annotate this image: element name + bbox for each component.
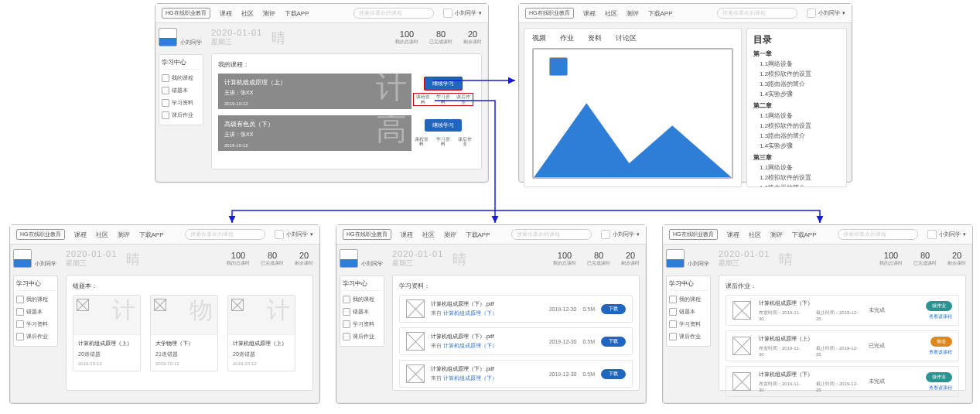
user-menu[interactable]: 小刘同学▾ xyxy=(927,230,966,239)
sidebar-item-resources[interactable]: 学习资料 xyxy=(16,318,55,330)
nav-community[interactable]: 社区 xyxy=(749,231,761,239)
toc-section[interactable]: 1.4实验步骤 xyxy=(760,142,840,150)
nav-courses[interactable]: 课程 xyxy=(727,231,739,239)
sidebar-item-notebook[interactable]: 错题本 xyxy=(16,306,55,318)
search-input[interactable]: 搜索你喜欢的课程 xyxy=(185,229,265,240)
mini-homework[interactable]: 课后作业 xyxy=(456,137,473,147)
tab-resources[interactable]: 资料 xyxy=(588,33,602,43)
sidebar-item-resources[interactable]: 学习资料 xyxy=(669,318,708,330)
homework-action-button[interactable]: 修改 xyxy=(930,337,952,347)
sidebar-item-courses[interactable]: 我的课程 xyxy=(343,293,381,306)
search-input[interactable]: 搜索你喜欢的课程 xyxy=(353,8,434,19)
mini-resources[interactable]: 学习资料 xyxy=(435,137,452,147)
homework-action-button[interactable]: 做作业 xyxy=(926,301,952,311)
sidebar-item-courses[interactable]: 我的课程 xyxy=(669,293,708,306)
resource-course-link[interactable]: 计算机组成原理（下） xyxy=(443,343,497,348)
tab-homework[interactable]: 作业 xyxy=(560,33,574,43)
video-player[interactable] xyxy=(532,48,733,179)
notebook-card[interactable]: 物大学物理（下）21道错题2019-10-12 xyxy=(150,295,218,371)
nav-download[interactable]: 下载APP xyxy=(285,9,309,18)
toc-chapter[interactable]: 第二章 xyxy=(753,101,840,110)
nav-courses[interactable]: 课程 xyxy=(583,9,596,18)
search-input[interactable]: 搜索你喜欢的课程 xyxy=(717,8,797,19)
nav-download[interactable]: 下载APP xyxy=(792,231,817,239)
sidebar-menu: 学习中心 我的课程 错题本 学习资料 课后作业 xyxy=(340,275,384,347)
tab-video[interactable]: 视频 xyxy=(532,33,546,43)
nav-download[interactable]: 下载APP xyxy=(648,9,673,18)
toc-chapter[interactable]: 第三章 xyxy=(753,153,840,162)
sidebar-item-notebook[interactable]: 错题本 xyxy=(343,306,381,318)
toc-section[interactable]: 1.1网络设备 xyxy=(760,60,840,68)
nav-courses[interactable]: 课程 xyxy=(220,9,232,18)
nav-courses[interactable]: 课程 xyxy=(74,231,87,239)
view-course-link[interactable]: 查看该课程 xyxy=(929,313,952,320)
nav-courses[interactable]: 课程 xyxy=(401,231,413,239)
download-button[interactable]: 下载 xyxy=(601,369,626,379)
sidebar-item-resources[interactable]: 学习资料 xyxy=(162,97,200,109)
nav-community[interactable]: 社区 xyxy=(96,231,108,239)
view-course-link[interactable]: 查看该课程 xyxy=(929,349,952,356)
continue-button[interactable]: 继续学习 xyxy=(424,77,463,91)
resource-course-link[interactable]: 计算机组成原理（下） xyxy=(443,375,497,381)
sidebar-item-notebook[interactable]: 错题本 xyxy=(669,306,708,318)
notebook-card[interactable]: 计计算机组成原理（上）20道错题2019-10-12 xyxy=(227,295,295,371)
sidebar-item-notebook[interactable]: 错题本 xyxy=(162,84,200,97)
nav-download[interactable]: 下载APP xyxy=(466,231,490,239)
tab-discussion[interactable]: 讨论区 xyxy=(616,33,637,43)
download-button[interactable]: 下载 xyxy=(601,304,626,314)
sidebar-item-resources[interactable]: 学习资料 xyxy=(343,318,381,330)
nav-test[interactable]: 测评 xyxy=(444,231,456,239)
resource-course-link[interactable]: 计算机组成原理（下） xyxy=(443,310,497,316)
toc-section[interactable]: 1.2模拟软件的设置 xyxy=(760,173,840,182)
course-thumb[interactable]: 高 高级有色员（下） 主讲：张XX 2019-10-12 xyxy=(218,115,411,151)
toc-section[interactable]: 1.3路由器的简介 xyxy=(760,80,840,88)
nav-community[interactable]: 社区 xyxy=(605,9,617,18)
sidebar-item-courses[interactable]: 我的课程 xyxy=(162,72,200,84)
notebook-card[interactable]: 计计算机组成原理（上）20道错题2019-10-12 xyxy=(73,295,141,371)
toc-section[interactable]: 1.4实验步骤 xyxy=(760,90,840,98)
search-input[interactable]: 搜索你喜欢的课程 xyxy=(838,229,918,240)
nav-community[interactable]: 社区 xyxy=(241,9,254,18)
view-course-link[interactable]: 查看该课程 xyxy=(929,385,952,392)
nav-test[interactable]: 测评 xyxy=(770,231,783,239)
mini-materials[interactable]: 课程资料 xyxy=(413,137,430,147)
mini-homework[interactable]: 课后作业 xyxy=(456,94,471,104)
mini-resources[interactable]: 学习资料 xyxy=(435,94,451,104)
search-input[interactable]: 搜索你喜欢的课程 xyxy=(511,229,592,240)
toc-section[interactable]: 1.2模拟软件的设置 xyxy=(760,70,840,78)
status-weather: 晴 xyxy=(126,250,140,269)
toc-section[interactable]: 1.2模拟软件的设置 xyxy=(760,121,840,130)
user-menu[interactable]: 小刘同学 ▾ xyxy=(807,9,845,18)
download-button[interactable]: 下载 xyxy=(601,337,626,347)
sidebar-item-homework[interactable]: 课后作业 xyxy=(16,330,55,343)
homework-item: 计算机组成原理（上）布置时间：2019-11-30截止时间：2019-12-25… xyxy=(726,330,959,361)
image-placeholder-icon xyxy=(154,299,166,311)
nav-test[interactable]: 测评 xyxy=(118,231,130,239)
toc-chapter[interactable]: 第一章 xyxy=(753,50,840,58)
nav-test[interactable]: 测评 xyxy=(263,9,275,18)
user-menu[interactable]: 小刘同学 ▾ xyxy=(443,9,482,18)
mini-materials[interactable]: 课程资料 xyxy=(415,94,431,104)
logo[interactable]: HG在线职业教育 xyxy=(669,229,718,240)
user-menu[interactable]: 小刘同学▾ xyxy=(275,230,313,239)
sidebar-item-courses[interactable]: 我的课程 xyxy=(16,293,55,306)
sidebar-item-homework[interactable]: 课后作业 xyxy=(162,109,200,121)
logo[interactable]: HG在线职业教育 xyxy=(16,229,65,240)
user-menu[interactable]: 小刘同学▾ xyxy=(601,230,640,239)
course-thumb[interactable]: 计 计算机组成原理（上） 主讲：张XX 2019-10-12 xyxy=(218,74,411,109)
continue-button[interactable]: 继续学习 xyxy=(425,119,462,132)
nav-download[interactable]: 下载APP xyxy=(139,231,164,239)
sidebar-item-homework[interactable]: 课后作业 xyxy=(343,330,381,343)
toc-section[interactable]: 1.1网络设备 xyxy=(760,111,840,120)
homework-action-button[interactable]: 做作业 xyxy=(926,372,952,382)
toc-section[interactable]: 1.3路由器的简介 xyxy=(760,132,840,140)
sidebar-item-homework[interactable]: 课后作业 xyxy=(669,330,708,343)
logo[interactable]: HG在线职业教育 xyxy=(343,229,391,240)
nav-test[interactable]: 测评 xyxy=(627,9,639,18)
nav-community[interactable]: 社区 xyxy=(422,231,435,239)
toc-section[interactable]: 1.3路由器的简介 xyxy=(760,183,840,187)
toc-section[interactable]: 1.1网络设备 xyxy=(760,163,840,172)
logo[interactable]: HG在线职业教育 xyxy=(162,8,210,19)
logo[interactable]: HG在线职业教育 xyxy=(525,8,574,19)
notebook-count: 20道错题 xyxy=(233,351,290,358)
